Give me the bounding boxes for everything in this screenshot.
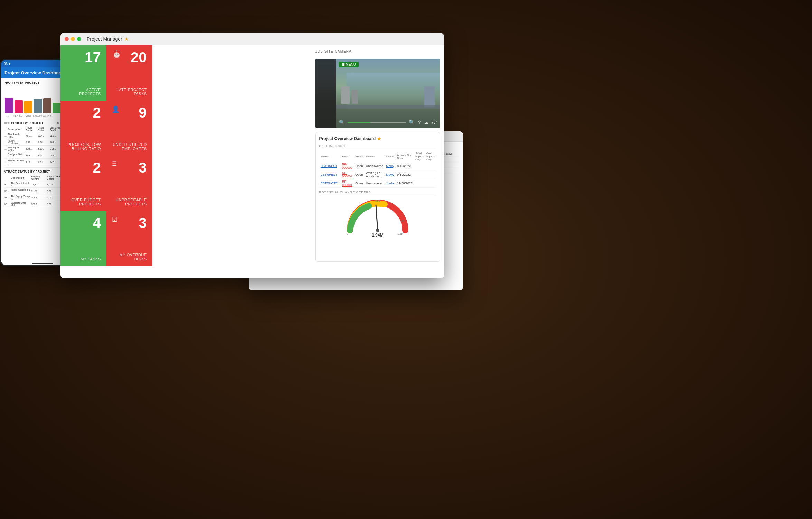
bar-2: [15, 100, 23, 113]
favorite-star[interactable]: ★: [124, 36, 129, 42]
over-budget-number: 2: [66, 160, 101, 175]
under-utilized-tile[interactable]: 👤 9 UNDER UTILIZED EMPLOYEES: [106, 101, 152, 156]
unprofitable-tile[interactable]: ☰ 3 UNPROFITABLE PROJECTS: [106, 156, 152, 211]
svg-text:2.9M: 2.9M: [398, 233, 403, 235]
my-tasks-label: MY TASKS: [66, 257, 101, 261]
overdue-tasks-label: MY OVERDUE TASKS: [112, 253, 147, 261]
bar-6: [53, 103, 61, 113]
svg-line-0: [376, 205, 378, 230]
phone-time: 06 ▾: [4, 62, 10, 66]
gauge-chart: 0 1.5M 2M 2.9M: [343, 197, 412, 235]
window-titlebar: Project Manager ★: [60, 33, 444, 45]
camera-dark-panel: [315, 59, 336, 128]
small-dash-title-text: Project Overview Dashboard: [319, 136, 376, 141]
camera-feed: ☰ MENU 🔍 🔍 ⇪ ☁ 75°: [315, 59, 440, 128]
weather-temp: 75°: [431, 120, 437, 124]
bic-owner-3[interactable]: Jorda: [386, 182, 394, 185]
svg-point-1: [376, 229, 379, 232]
menu-icon: ☰: [342, 63, 345, 66]
gross-profit-section: OSS PROFIT BY PROJECT: [4, 121, 43, 125]
late-tasks-label: LATE PROJECT TASKS: [112, 87, 147, 96]
desktop-window: Project Manager ★ 17 ACTIVE PROJECTS ⏰ 2…: [60, 33, 444, 278]
building-3: [424, 86, 435, 107]
active-projects-number: 17: [66, 50, 101, 65]
under-utilized-label: UNDER UTILIZED EMPLOYEES: [112, 142, 147, 151]
menu-label: MENU: [346, 63, 356, 66]
gauge-value: 1.94M: [372, 233, 383, 238]
bic-rfi-1[interactable]: RF-000002: [342, 163, 352, 169]
low-billing-tile[interactable]: 2 PROJECTS, LOW BILLING RATIO: [60, 101, 106, 156]
bic-row-2: CSTRREST RF-000002 Open Waiting For Addi…: [319, 170, 436, 179]
low-billing-label: PROJECTS, LOW BILLING RATIO: [66, 142, 101, 151]
building-1: [341, 86, 350, 104]
bic-owner-1[interactable]: Mawy: [386, 164, 394, 168]
bic-row-1: CSTRREST RF-000002 Open Unanswered Mawy …: [319, 162, 436, 170]
app-title: Project Manager: [87, 36, 122, 42]
person-icon: 👤: [112, 105, 120, 113]
overdue-tasks-tile[interactable]: ☑ 3 MY OVERDUE TASKS: [106, 211, 152, 266]
my-tasks-number: 4: [66, 216, 101, 230]
camera-slider[interactable]: [348, 122, 406, 123]
gauge-section: POTENTIAL CHANGE ORDERS: [319, 191, 436, 238]
dashboard-grid: 17 ACTIVE PROJECTS ⏰ 20 LATE PROJECT TAS…: [60, 45, 152, 266]
phone-dashboard-title: Project Overview Dashboard: [4, 70, 66, 75]
check-circle-icon: ☑: [112, 216, 117, 223]
bic-project-2[interactable]: CSTRREST: [321, 173, 338, 176]
zoom-out-btn[interactable]: 🔍: [339, 120, 345, 125]
unprofitable-label: UNPROFITABLE PROJECTS: [112, 198, 147, 206]
camera-section-label: JOB SITE CAMERA: [315, 49, 440, 53]
share-btn[interactable]: ⇪: [417, 120, 422, 125]
camera-controls: 🔍 🔍 ⇪ ☁ 75°: [339, 120, 437, 125]
camera-scene: [336, 59, 440, 128]
bridge-structure: [336, 105, 440, 109]
slider-fill: [348, 122, 371, 123]
alarm-icon: ⏰: [112, 50, 121, 59]
bar-5: [43, 98, 52, 113]
bic-owner-2[interactable]: Mawy: [386, 173, 394, 176]
bic-project-1[interactable]: CSTRREST: [321, 164, 338, 168]
building-2: [352, 90, 358, 104]
gauge-container: 0 1.5M 2M 2.9M 1.94M: [319, 197, 436, 238]
over-budget-tile[interactable]: 2 OVER BUDGET PROJECTS: [60, 156, 106, 211]
list-icon: ☰: [112, 160, 117, 167]
active-projects-tile[interactable]: 17 ACTIVE PROJECTS: [60, 45, 106, 101]
over-budget-label: OVER BUDGET PROJECTS: [66, 198, 101, 206]
phone-home-indicator: [32, 263, 53, 264]
unprofitable-number: 3: [112, 160, 147, 175]
small-dash-title: Project Overview Dashboard ★: [319, 136, 436, 141]
svg-text:1.5M: 1.5M: [375, 200, 381, 202]
bic-project-3[interactable]: CSTRHOTEL: [321, 182, 340, 185]
small-dashboard-panel: Project Overview Dashboard ★ BALL IN COU…: [315, 132, 440, 262]
bic-row-3: CSTRHOTEL RF-000001 Open Unanswered Jord…: [319, 179, 436, 188]
bic-rfi-2[interactable]: RF-000002: [342, 171, 352, 178]
bic-table: Project RFIID Status Reason Owner Answer…: [319, 151, 436, 188]
svg-text:2M: 2M: [401, 220, 405, 222]
close-button[interactable]: [65, 37, 69, 41]
right-panel: JOB SITE CAMERA ☰: [311, 45, 444, 266]
minimize-button[interactable]: [71, 37, 75, 41]
bic-rfi-3[interactable]: RF-000001: [342, 180, 352, 187]
bic-section-header: BALL IN COURT: [319, 144, 436, 149]
low-billing-number: 2: [66, 105, 101, 120]
maximize-button[interactable]: [77, 37, 81, 41]
pco-section-header: POTENTIAL CHANGE ORDERS: [319, 191, 436, 195]
my-tasks-tile[interactable]: 4 MY TASKS: [60, 211, 106, 266]
window-title-area: Project Manager ★: [87, 36, 129, 42]
bar-1: [5, 98, 13, 113]
late-tasks-tile[interactable]: ⏰ 20 LATE PROJECT TASKS: [106, 45, 152, 101]
zoom-in-btn[interactable]: 🔍: [409, 120, 415, 125]
camera-menu-btn[interactable]: ☰ MENU: [339, 62, 359, 67]
bar-4: [34, 99, 42, 113]
small-dash-star[interactable]: ★: [377, 136, 381, 141]
cloud-weather-icon: ☁: [424, 120, 428, 125]
refresh-icon[interactable]: ↻: [57, 121, 59, 125]
svg-text:0: 0: [347, 232, 348, 235]
bar-3: [24, 101, 32, 113]
active-projects-label: ACTIVE PROJECTS: [66, 87, 101, 96]
